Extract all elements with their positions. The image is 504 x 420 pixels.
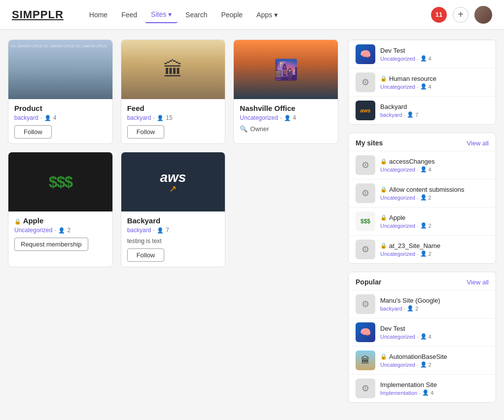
sidebar-my-sites-title: My sites (356, 139, 383, 147)
sidebar-item-at23[interactable]: ⚙ 🔒 at_23_Site_Name Uncategorized - 👤 2 (349, 235, 496, 263)
sidebar-item-info-at23: 🔒 at_23_Site_Name Uncategorized - 👤 2 (380, 242, 489, 257)
owner-label: Owner (250, 125, 269, 133)
card-members-apple: 2 (67, 227, 71, 234)
sidebar-item-info-dev-test-popular: Dev Test Uncategorized - 👤 4 (380, 325, 489, 340)
nav-apps[interactable]: Apps ▾ (251, 7, 284, 23)
logo[interactable]: SIMPPLR (12, 8, 64, 21)
sidebar-thumb-allow-content: ⚙ (356, 183, 375, 203)
sidebar-item-info-dev-test: Dev Test Uncategorized - 👤 4 (380, 47, 489, 62)
people-icon-feed: 👤 (157, 115, 164, 121)
request-membership-button[interactable]: Request membership (14, 238, 88, 251)
sidebar-item-manus-site[interactable]: ⚙ Manu's Site (Google) backyard - 👤 2 (349, 290, 496, 318)
lock-icon-at23: 🔒 (380, 243, 387, 249)
sidebar-item-dev-test[interactable]: 🧠 Dev Test Uncategorized - 👤 4 (349, 40, 496, 68)
notification-badge[interactable]: 11 (431, 7, 447, 23)
nav-feed[interactable]: Feed (115, 7, 143, 23)
card-members-nashville: 4 (293, 114, 296, 121)
page-layout: Product backyard - 👤 4 Follow Feed (0, 30, 504, 420)
card-product[interactable]: Product backyard - 👤 4 Follow (8, 39, 113, 144)
sidebar-item-name-human-resource: 🔒 Human resource (380, 75, 489, 82)
sidebar-item-meta-dev-test: Uncategorized - 👤 4 (380, 55, 489, 62)
sidebar-item-info-apple: 🔒 Apple Uncategorized - 👤 2 (380, 214, 489, 229)
nav-search[interactable]: Search (180, 7, 213, 23)
sidebar-item-name-manus: Manu's Site (Google) (380, 297, 489, 304)
popular-view-all[interactable]: View all (467, 279, 489, 286)
sidebar-item-info-human-resource: 🔒 Human resource Uncategorized - 👤 4 (380, 75, 489, 90)
sidebar-item-apple-my-sites[interactable]: $$$ 🔒 Apple Uncategorized - 👤 2 (349, 207, 496, 235)
sidebar-thumb-at23: ⚙ (356, 240, 375, 259)
lock-icon-human-resource: 🔒 (380, 75, 387, 82)
sidebar-popular: Popular View all ⚙ Manu's Site (Google) … (348, 272, 496, 403)
card-image-nashville (234, 40, 338, 99)
card-meta-apple: Uncategorized - 👤 2 (14, 227, 107, 234)
card-category-nashville: Uncategorized (240, 114, 278, 121)
sidebar-item-meta-backyard-discover: backyard - 👤 7 (380, 111, 489, 118)
sidebar-item-access-changes[interactable]: ⚙ 🔒 accessChanges Uncategorized - 👤 4 (349, 151, 496, 179)
sidebar-item-allow-content[interactable]: ⚙ 🔒 Allow content submissions Uncategori… (349, 179, 496, 207)
avatar[interactable] (474, 6, 492, 24)
card-meta-product: backyard - 👤 4 (14, 114, 107, 121)
card-category-apple: Uncategorized (14, 227, 52, 234)
follow-button-feed[interactable]: Follow (127, 125, 165, 139)
card-action-product: Follow (14, 125, 107, 139)
follow-button-product[interactable]: Follow (14, 125, 52, 139)
sidebar-thumb-access-changes: ⚙ (356, 155, 375, 175)
card-meta-backyard: backyard - 👤 7 (127, 227, 219, 234)
card-title-backyard: Backyard (127, 216, 219, 225)
nav-right: 11 + (431, 6, 492, 24)
nav-home[interactable]: Home (83, 7, 113, 23)
card-nashville[interactable]: Nashville Office Uncategorized - 👤 4 🔍 O… (233, 39, 338, 144)
sidebar-item-info-manus: Manu's Site (Google) backyard - 👤 2 (380, 297, 489, 312)
sidebar-item-dev-test-popular[interactable]: 🧠 Dev Test Uncategorized - 👤 4 (349, 318, 496, 346)
owner-search-icon: 🔍 (240, 125, 248, 133)
sidebar-item-info-access-changes: 🔒 accessChanges Uncategorized - 👤 4 (380, 158, 489, 173)
card-category-product: backyard (14, 114, 38, 121)
sidebar-thumb-apple: $$$ (356, 211, 375, 231)
sidebar-item-name-apple-my-sites: 🔒 Apple (380, 214, 489, 221)
card-category-feed: backyard (127, 114, 151, 121)
sidebar-item-info-backyard-discover: Backyard backyard - 👤 7 (380, 103, 489, 118)
card-meta-nashville: Uncategorized - 👤 4 (240, 114, 332, 121)
lock-icon-allow: 🔒 (380, 186, 387, 193)
sidebar-item-meta-implementation: Implementation - 👤 4 (380, 389, 489, 396)
dollar-signs: $$$ (49, 173, 72, 191)
sidebar-item-meta-apple: Uncategorized - 👤 2 (380, 222, 489, 229)
sidebar-item-human-resource[interactable]: ⚙ 🔒 Human resource Uncategorized - 👤 4 (349, 68, 496, 96)
sidebar-popular-header: Popular View all (349, 272, 496, 290)
sidebar-item-implementation[interactable]: ⚙ Implementation Site Implementation - 👤… (349, 374, 496, 402)
card-backyard[interactable]: aws ↗ Backyard backyard - 👤 7 testing is… (121, 152, 226, 267)
cards-grid: Product backyard - 👤 4 Follow Feed (8, 39, 338, 267)
card-apple[interactable]: $$$ 🔒 Apple Uncategorized - 👤 2 Request … (8, 152, 113, 267)
card-feed[interactable]: Feed backyard - 👤 15 Follow (121, 39, 226, 144)
card-category-backyard: backyard (127, 227, 151, 234)
main-content: Product backyard - 👤 4 Follow Feed (8, 39, 338, 411)
nav-sites[interactable]: Sites ▾ (145, 6, 178, 23)
sidebar-thumb-dev-test-popular: 🧠 (356, 322, 375, 342)
lock-icon-apple: 🔒 (14, 218, 21, 224)
sidebar-item-automation-base[interactable]: 🏛 🔒 AutomationBaseSite Uncategorized - 👤… (349, 346, 496, 374)
card-members-backyard: 7 (166, 227, 169, 234)
card-body-product: Product backyard - 👤 4 Follow (8, 99, 112, 143)
card-image-feed (121, 40, 225, 99)
lock-icon-access: 🔒 (380, 158, 387, 165)
sidebar: 🧠 Dev Test Uncategorized - 👤 4 ⚙ 🔒 (348, 39, 496, 411)
sidebar-item-meta-at23: Uncategorized - 👤 2 (380, 250, 489, 257)
nav-people[interactable]: People (215, 7, 249, 23)
card-title-nashville: Nashville Office (240, 104, 332, 112)
card-body-apple: 🔒 Apple Uncategorized - 👤 2 Request memb… (8, 211, 112, 256)
sidebar-thumb-human-resource: ⚙ (356, 72, 375, 92)
sidebar-item-name-automation: 🔒 AutomationBaseSite (380, 353, 489, 360)
sidebar-discover: 🧠 Dev Test Uncategorized - 👤 4 ⚙ 🔒 (348, 39, 496, 125)
add-button[interactable]: + (453, 7, 468, 23)
sidebar-item-meta-human-resource: Uncategorized - 👤 4 (380, 83, 489, 90)
sidebar-item-meta-manus: backyard - 👤 2 (380, 305, 489, 312)
my-sites-view-all[interactable]: View all (467, 140, 489, 147)
card-body-backyard: Backyard backyard - 👤 7 testing is text … (121, 211, 225, 267)
people-icon: 👤 (44, 115, 51, 121)
people-icon-apple: 👤 (58, 227, 65, 234)
sidebar-item-backyard-discover[interactable]: aws Backyard backyard - 👤 7 (349, 96, 496, 124)
card-image-apple: $$$ (8, 152, 112, 211)
follow-button-backyard[interactable]: Follow (127, 248, 165, 262)
navbar: SIMPPLR Home Feed Sites ▾ Search People … (0, 0, 504, 30)
sidebar-thumb-backyard: aws (356, 101, 375, 120)
